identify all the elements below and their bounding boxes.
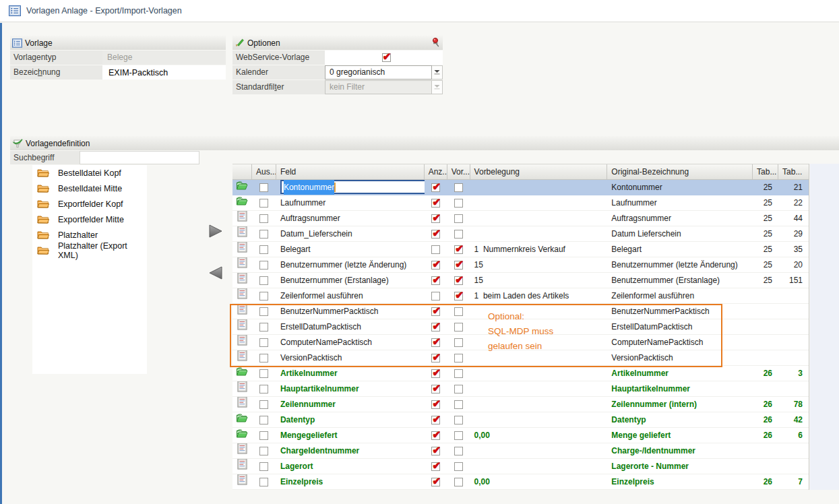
vorbelegung-checkbox[interactable] — [454, 276, 463, 285]
table-row[interactable]: KontonummerKontonummer2521 — [232, 180, 809, 195]
anzeigen-checkbox[interactable] — [431, 400, 440, 409]
table-row[interactable]: Mengegeliefert0,00Menge geliefert266 — [232, 428, 809, 443]
anzeigen-checkbox[interactable] — [431, 369, 440, 378]
aus-checkbox[interactable] — [259, 199, 268, 208]
table-row[interactable]: ChargeIdentnummerCharge-/Identnummer — [232, 443, 809, 459]
column-header-feld[interactable]: Feld — [276, 164, 425, 179]
anzeigen-checkbox[interactable] — [431, 478, 440, 486]
table-row[interactable]: ComputerNamePacktischComputerNamePacktis… — [232, 335, 809, 350]
anzeigen-checkbox[interactable] — [431, 261, 440, 270]
table-row[interactable]: Belegart1 Nummernkreis VerkaufBelegart25… — [232, 242, 809, 257]
anzeigen-checkbox[interactable] — [431, 338, 440, 347]
column-header-tab2[interactable]: Tab... — [778, 164, 809, 179]
anzeigen-checkbox[interactable] — [431, 199, 440, 208]
anzeigen-checkbox[interactable] — [431, 292, 440, 301]
folder-item[interactable]: Platzhalter (Export XML) — [32, 243, 147, 258]
aus-checkbox[interactable] — [259, 431, 268, 440]
folder-item[interactable]: Exportfelder Mitte — [32, 212, 147, 227]
aus-checkbox[interactable] — [259, 447, 268, 455]
aus-checkbox[interactable] — [259, 261, 268, 270]
kalender-dropdown-button[interactable] — [432, 65, 443, 80]
aus-checkbox[interactable] — [259, 245, 268, 254]
anzeigen-checkbox[interactable] — [431, 416, 440, 424]
table-row[interactable]: Datum_LieferscheinDatum Lieferschein2529 — [232, 226, 809, 242]
vorbelegung-checkbox[interactable] — [454, 400, 463, 409]
table-row[interactable]: DatentypDatentyp2642 — [232, 412, 809, 428]
anzeigen-checkbox[interactable] — [431, 431, 440, 440]
vorbelegung-checkbox[interactable] — [454, 323, 463, 332]
column-header-vor[interactable]: Vor... — [447, 164, 470, 179]
anzeigen-checkbox[interactable] — [431, 307, 440, 316]
table-row[interactable]: Zeilenformel ausführen1 beim Laden des A… — [232, 288, 809, 304]
table-row[interactable]: ErstellDatumPacktischErstellDatumPacktis… — [232, 319, 809, 335]
table-row[interactable]: HauptartikelnummerHauptartikelnummer — [232, 381, 809, 397]
column-header-tab1[interactable]: Tab... — [753, 164, 778, 179]
anzeigen-checkbox[interactable] — [431, 462, 440, 471]
aus-checkbox[interactable] — [259, 307, 268, 316]
vorbelegung-checkbox[interactable] — [454, 307, 463, 316]
column-header-vorbelegung[interactable]: Vorbelegung — [470, 164, 608, 179]
anzeigen-checkbox[interactable] — [431, 385, 440, 393]
anzeigen-checkbox[interactable] — [431, 276, 440, 285]
vorbelegung-checkbox[interactable] — [454, 230, 463, 239]
aus-checkbox[interactable] — [259, 462, 268, 471]
vorbelegung-checkbox[interactable] — [454, 431, 463, 440]
anzeigen-checkbox[interactable] — [431, 323, 440, 332]
vorbelegung-checkbox[interactable] — [454, 369, 463, 378]
table-row[interactable]: Einzelpreis0,00Einzelpreis267 — [232, 474, 809, 490]
webservice-checkbox[interactable] — [382, 53, 391, 62]
vorbelegung-checkbox[interactable] — [454, 416, 463, 424]
aus-checkbox[interactable] — [259, 214, 268, 223]
anzeigen-checkbox[interactable] — [431, 447, 440, 455]
aus-checkbox[interactable] — [259, 385, 268, 393]
column-header-icon[interactable] — [232, 164, 252, 179]
anzeigen-checkbox[interactable] — [431, 354, 440, 363]
table-row[interactable]: Benutzernummer (Erstanlage)15Benutzernum… — [232, 273, 809, 288]
aus-checkbox[interactable] — [259, 369, 268, 378]
column-header-original[interactable]: Original-Bezeichnung — [607, 164, 753, 179]
vorbelegung-checkbox[interactable] — [454, 478, 463, 486]
table-row[interactable]: VersionPacktischVersionPacktisch — [232, 350, 809, 366]
feld-edit-input[interactable]: Kontonummer — [280, 180, 425, 194]
vorbelegung-checkbox[interactable] — [454, 245, 463, 254]
suchbegriff-input[interactable] — [80, 152, 199, 164]
anzeigen-checkbox[interactable] — [431, 214, 440, 223]
vorbelegung-checkbox[interactable] — [454, 385, 463, 393]
aus-checkbox[interactable] — [259, 230, 268, 239]
table-row[interactable]: ZeilennummerZeilennummer (intern)2678 — [232, 397, 809, 412]
table-row[interactable]: ArtikelnummerArtikelnummer263 — [232, 366, 809, 381]
aus-checkbox[interactable] — [259, 292, 268, 301]
move-right-button[interactable] — [207, 224, 224, 240]
aus-checkbox[interactable] — [259, 400, 268, 409]
vorbelegung-checkbox[interactable] — [454, 292, 463, 301]
column-header-anz[interactable]: Anz... — [425, 164, 447, 179]
anzeigen-checkbox[interactable] — [431, 245, 440, 254]
column-header-aus[interactable]: Aus... — [252, 164, 276, 179]
vorbelegung-checkbox[interactable] — [454, 462, 463, 471]
table-row[interactable]: BenutzerNummerPacktischBenutzerNummerPac… — [232, 304, 809, 319]
table-row[interactable]: LagerortLagerorte - Nummer — [232, 459, 809, 474]
aus-checkbox[interactable] — [259, 416, 268, 424]
vorbelegung-checkbox[interactable] — [454, 199, 463, 208]
aus-checkbox[interactable] — [259, 338, 268, 347]
aus-checkbox[interactable] — [259, 354, 268, 363]
anzeigen-checkbox[interactable] — [431, 183, 440, 192]
pushpin-icon[interactable] — [431, 38, 439, 52]
aus-checkbox[interactable] — [259, 276, 268, 285]
vorbelegung-checkbox[interactable] — [454, 338, 463, 347]
vorbelegung-checkbox[interactable] — [454, 214, 463, 223]
table-row[interactable]: AuftragsnummerAuftragsnummer2544 — [232, 211, 809, 226]
vorbelegung-checkbox[interactable] — [454, 354, 463, 363]
aus-checkbox[interactable] — [259, 478, 268, 486]
vorbelegung-checkbox[interactable] — [454, 183, 463, 192]
folder-item[interactable]: Exportfelder Kopf — [32, 196, 147, 212]
move-left-button[interactable] — [207, 265, 224, 282]
aus-checkbox[interactable] — [259, 183, 268, 192]
bezeichnung-input[interactable] — [107, 65, 226, 80]
kalender-select[interactable]: 0 gregorianisch — [325, 65, 432, 80]
folder-item[interactable]: Bestelldatei Mitte — [32, 181, 147, 196]
folder-item[interactable]: Bestelldatei Kopf — [32, 165, 147, 181]
table-row[interactable]: Benutzernummer (letzte Änderung)15Benutz… — [232, 257, 809, 273]
anzeigen-checkbox[interactable] — [431, 230, 440, 239]
aus-checkbox[interactable] — [259, 323, 268, 332]
